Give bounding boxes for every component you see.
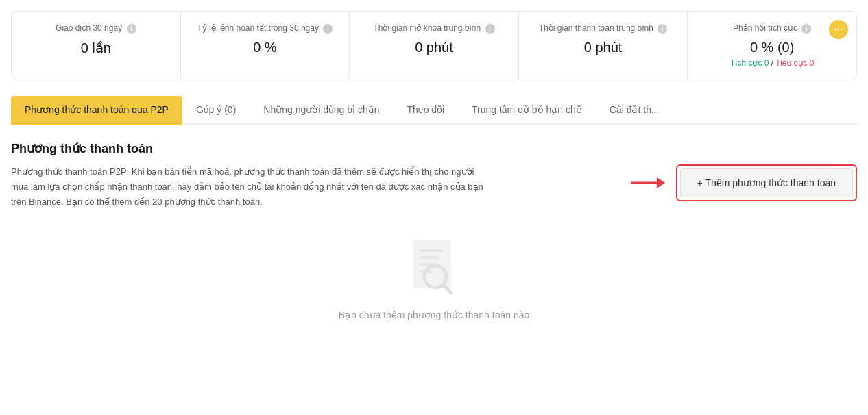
stat-giao-dich-label: Giao dịch 30 ngày i (25, 23, 167, 34)
stat-thanh-toan: Thời gian thanh toán trung bình i 0 phút (519, 12, 688, 79)
svg-marker-1 (657, 177, 665, 188)
tab-caidat[interactable]: Cài đặt th... (596, 96, 673, 125)
empty-state: Bạn chưa thêm phương thức thanh toán nào (11, 210, 857, 334)
stat-positive: Tích cực 0 (730, 58, 769, 68)
stat-ty-le-value: 0 % (195, 40, 336, 55)
add-button-area: + Thêm phương thức thanh toán (631, 164, 857, 201)
add-button-wrapper: + Thêm phương thức thanh toán (676, 164, 857, 201)
stat-mo-khoa: Thời gian mở khoá trung bình i 0 phút (350, 12, 519, 79)
info-icon-thanh-toan[interactable]: i (658, 24, 667, 34)
arrow-icon (631, 175, 665, 191)
add-payment-method-button[interactable]: + Thêm phương thức thanh toán (680, 168, 853, 197)
tab-blocked[interactable]: Những người dùng bị chặn (250, 96, 393, 125)
tab-bar: Phương thức thanh toán qua P2P Góp ý (0)… (11, 96, 857, 125)
tab-gopy[interactable]: Góp ý (0) (182, 96, 250, 125)
stats-bar: Giao dịch 30 ngày i 0 lần Tỷ lệ lệnh hoà… (11, 11, 857, 79)
info-icon-mo-khoa[interactable]: i (485, 24, 495, 34)
section-body: Phương thức thanh toán P2P: Khi bạn bán … (11, 164, 857, 210)
info-icon-phan-hoi[interactable]: i (801, 24, 811, 34)
tab-theodoi[interactable]: Theo dõi (394, 96, 458, 125)
tab-trungtam[interactable]: Trung tâm dỡ bỏ hạn chế (458, 96, 596, 125)
info-icon-giao-dich[interactable]: i (127, 24, 136, 34)
svg-rect-4 (419, 249, 443, 252)
section-description: Phương thức thanh toán P2P: Khi bạn bán … (11, 164, 491, 210)
stat-phan-hoi-sub: Tích cực 0 / Tiêu cực 0 (701, 58, 843, 68)
stat-giao-dich-value: 0 lần (25, 40, 167, 56)
stat-phan-hoi-value: 0 % (0) (701, 40, 843, 55)
stat-thanh-toan-value: 0 phút (533, 40, 674, 55)
empty-state-icon (407, 237, 461, 299)
stat-phan-hoi: Phản hồi tích cực i 0 % (0) Tích cực 0 /… (688, 12, 856, 79)
stat-negative: Tiêu cực 0 (775, 58, 814, 68)
stat-mo-khoa-label: Thời gian mở khoá trung bình i (363, 23, 505, 34)
main-content: Phương thức thanh toán Phương thức thanh… (0, 125, 868, 351)
stat-thanh-toan-label: Thời gian thanh toán trung bình i (533, 23, 674, 34)
tab-payment[interactable]: Phương thức thanh toán qua P2P (11, 96, 182, 125)
stat-ty-le-label: Tỷ lệ lệnh hoàn tất trong 30 ngày i (195, 23, 336, 34)
stat-mo-khoa-value: 0 phút (363, 40, 505, 55)
more-options-button[interactable]: ··· (829, 20, 848, 39)
svg-rect-5 (419, 256, 439, 259)
stat-giao-dich: Giao dịch 30 ngày i 0 lần (12, 12, 181, 79)
stat-phan-hoi-label: Phản hồi tích cực i (701, 23, 843, 34)
section-title: Phương thức thanh toán (11, 141, 857, 156)
info-icon-ty-le[interactable]: i (323, 24, 333, 34)
empty-state-text: Bạn chưa thêm phương thức thanh toán nào (339, 310, 530, 320)
stat-ty-le: Tỷ lệ lệnh hoàn tất trong 30 ngày i 0 % (181, 12, 350, 79)
